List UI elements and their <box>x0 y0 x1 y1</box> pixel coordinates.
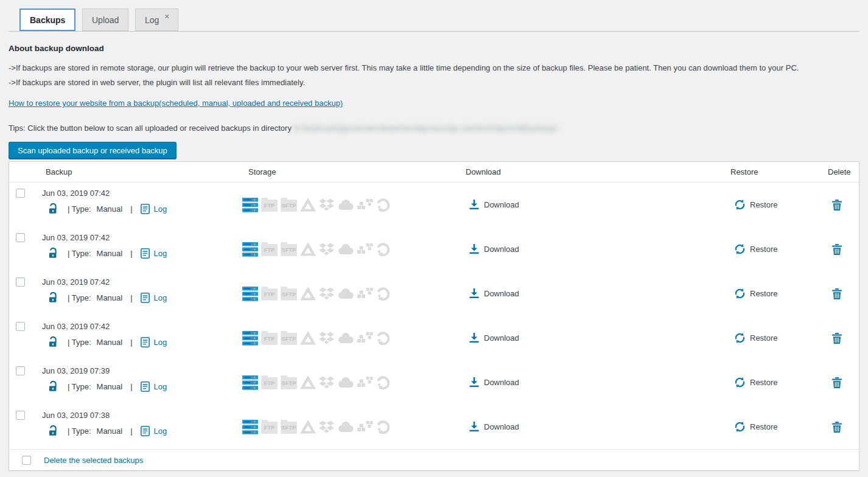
web-server-storage-icon <box>242 420 258 434</box>
dropbox-storage-icon <box>319 287 334 301</box>
sftp-storage-icon: SFTP <box>281 244 297 256</box>
restore-help-link[interactable]: How to restore your website from a backu… <box>9 99 343 108</box>
download-cell: Download <box>457 333 722 343</box>
ftp-storage-icon: FTP <box>261 333 278 345</box>
google-drive-storage-icon <box>300 242 316 256</box>
table-row: Jun 03, 2019 07:42 | Type: Manual | <box>9 271 859 316</box>
google-drive-storage-icon <box>300 198 316 212</box>
download-link[interactable]: Download <box>469 200 519 210</box>
storage-cell: FTP SFTP <box>240 331 457 346</box>
dropbox-storage-icon <box>319 243 334 256</box>
restore-link[interactable]: Restore <box>735 422 778 432</box>
onedrive-storage-icon <box>337 288 354 299</box>
ftp-storage-icon: FTP <box>261 200 278 212</box>
download-link[interactable]: Download <box>469 244 519 254</box>
row-checkbox[interactable] <box>16 277 25 287</box>
download-icon <box>469 288 479 299</box>
table-row: Jun 03, 2019 07:42 | Type: Manual | <box>9 183 859 227</box>
row-checkbox[interactable] <box>16 411 25 420</box>
download-label: Download <box>484 333 519 343</box>
log-link[interactable]: Log <box>154 204 167 214</box>
ftp-folder-label: FTP <box>264 291 275 298</box>
log-file-icon <box>141 293 150 303</box>
web-server-storage-icon <box>242 242 258 257</box>
separator: | <box>130 204 132 214</box>
restore-link[interactable]: Restore <box>735 244 778 254</box>
scan-backups-button[interactable]: Scan uploaded backup or received backup <box>9 142 177 159</box>
redacted-directory-path: d:/hub/xampp/server/www/wordpress/wp-con… <box>294 124 559 133</box>
backup-type-label: | Type: <box>68 382 91 391</box>
sftp-storage-icon: SFTP <box>281 200 297 212</box>
sftp-folder-label: SFTP <box>282 336 296 342</box>
download-label: Download <box>484 289 519 298</box>
header-download: Download <box>457 167 722 176</box>
about-heading: About backup download <box>9 44 859 53</box>
delete-button[interactable] <box>832 244 842 255</box>
select-all-checkbox[interactable] <box>22 456 31 465</box>
download-link[interactable]: Download <box>469 333 519 343</box>
unlock-icon <box>48 203 59 214</box>
close-icon[interactable]: × <box>164 12 169 21</box>
tab-bar: Backups Upload Log × <box>19 9 859 32</box>
restore-icon <box>735 200 745 210</box>
log-link[interactable]: Log <box>154 293 167 302</box>
google-drive-storage-icon <box>300 375 316 389</box>
tab-upload[interactable]: Upload <box>82 9 128 31</box>
restore-label: Restore <box>750 378 778 387</box>
table-row: Jun 03, 2019 07:39 | Type: Manual | <box>9 360 859 405</box>
restore-link[interactable]: Restore <box>735 288 778 299</box>
backup-date: Jun 03, 2019 07:38 <box>42 410 240 421</box>
dropbox-storage-icon <box>319 198 334 212</box>
onedrive-storage-icon <box>337 332 354 344</box>
delete-selected-link[interactable]: Delete the selected backups <box>44 456 143 465</box>
backup-info-cell: Jun 03, 2019 07:42 | Type: Manual | <box>42 227 240 260</box>
sftp-folder-label: SFTP <box>282 380 296 386</box>
ftp-folder-label: FTP <box>264 203 275 209</box>
tab-log[interactable]: Log × <box>135 9 178 31</box>
remote-cloud-ring-storage-icon <box>376 198 390 212</box>
delete-button[interactable] <box>832 288 842 299</box>
download-link[interactable]: Download <box>469 377 519 388</box>
log-link[interactable]: Log <box>154 382 167 391</box>
delete-button[interactable] <box>832 377 842 388</box>
restore-help-paragraph: How to restore your website from a backu… <box>9 96 859 111</box>
remote-cloud-ring-storage-icon <box>376 243 390 256</box>
about-line-1: ->If backups are stored in remote storag… <box>9 61 859 75</box>
download-cell: Download <box>457 288 722 299</box>
restore-link[interactable]: Restore <box>735 377 778 388</box>
web-server-storage-icon <box>242 375 258 390</box>
row-checkbox[interactable] <box>16 233 25 242</box>
delete-button[interactable] <box>832 200 842 211</box>
restore-link[interactable]: Restore <box>735 333 778 343</box>
download-link[interactable]: Download <box>469 422 519 432</box>
restore-cell: Restore <box>722 333 819 343</box>
log-file-icon <box>141 381 150 392</box>
delete-cell <box>819 244 859 255</box>
download-link[interactable]: Download <box>469 288 519 299</box>
restore-label: Restore <box>750 422 778 431</box>
backup-info-cell: Jun 03, 2019 07:42 | Type: Manual | <box>42 271 240 304</box>
row-checkbox[interactable] <box>16 366 25 375</box>
onedrive-storage-icon <box>337 199 354 211</box>
log-link[interactable]: Log <box>154 427 167 436</box>
tab-backups[interactable]: Backups <box>19 9 75 31</box>
remote-cloud-ring-storage-icon <box>376 420 390 434</box>
separator: | <box>130 382 132 391</box>
download-label: Download <box>484 378 519 387</box>
row-checkbox[interactable] <box>16 189 25 198</box>
download-cell: Download <box>457 377 722 388</box>
row-checkbox-cell <box>9 183 42 198</box>
amazon-s3-storage-icon <box>357 420 373 434</box>
backup-type-label: | Type: <box>68 427 91 436</box>
restore-cell: Restore <box>722 422 819 432</box>
delete-button[interactable] <box>832 422 842 433</box>
restore-icon <box>735 333 745 343</box>
log-link[interactable]: Log <box>154 249 167 258</box>
log-link[interactable]: Log <box>154 338 167 347</box>
restore-cell: Restore <box>722 288 819 299</box>
delete-button[interactable] <box>832 333 842 344</box>
restore-link[interactable]: Restore <box>735 200 778 210</box>
row-checkbox[interactable] <box>16 322 25 331</box>
sftp-folder-label: SFTP <box>282 247 296 253</box>
backup-type-value: Manual <box>97 338 123 347</box>
